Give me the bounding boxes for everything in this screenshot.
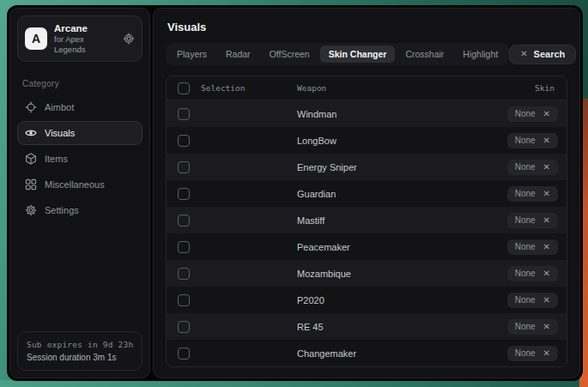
tab[interactable]: OffScreen xyxy=(261,45,318,63)
search-button-label: Search xyxy=(534,50,566,59)
row-checkbox[interactable] xyxy=(178,108,190,120)
remove-skin-icon[interactable]: ✕ xyxy=(543,190,550,198)
table-row: RE 45 None ✕ xyxy=(167,313,567,340)
skin-badge[interactable]: None ✕ xyxy=(507,213,558,228)
app-header-card: A Arcane for Apex Legends xyxy=(17,15,142,62)
weapon-name: Changemaker xyxy=(297,348,356,359)
desktop-backdrop-teal xyxy=(0,380,579,387)
skin-badge[interactable]: None ✕ xyxy=(507,133,558,148)
remove-skin-icon[interactable]: ✕ xyxy=(543,323,550,331)
skin-value: None xyxy=(515,269,536,278)
skin-badge[interactable]: None ✕ xyxy=(507,106,558,122)
skin-value: None xyxy=(515,243,536,251)
row-checkbox[interactable] xyxy=(178,188,190,200)
skin-badge[interactable]: None ✕ xyxy=(507,160,558,175)
skin-badge[interactable]: None ✕ xyxy=(507,319,558,335)
row-checkbox[interactable] xyxy=(178,268,190,280)
sidebar-item[interactable]: Miscellaneous xyxy=(17,172,142,197)
grid-icon xyxy=(25,178,37,190)
eye-icon xyxy=(25,127,37,139)
weapon-name: Mastiff xyxy=(297,215,324,226)
tab-bar: Players Radar OffScreen Skin Changer Cro… xyxy=(166,43,509,65)
remove-skin-icon[interactable]: ✕ xyxy=(543,216,550,225)
row-checkbox[interactable] xyxy=(178,348,190,360)
skin-value: None xyxy=(515,216,536,225)
skin-badge[interactable]: None ✕ xyxy=(507,346,558,361)
sidebar-item[interactable]: Visuals xyxy=(17,121,142,145)
tab[interactable]: Highlight xyxy=(454,45,506,63)
table-row: LongBow None ✕ xyxy=(167,127,567,154)
column-header-selection: Selection xyxy=(201,83,245,93)
weapon-name: Peacemaker xyxy=(297,242,350,252)
gear-icon xyxy=(25,204,37,216)
weapon-name: P2020 xyxy=(297,295,324,305)
row-checkbox[interactable] xyxy=(178,294,190,306)
table-row: Changemaker None ✕ xyxy=(167,340,567,366)
app-logo: A xyxy=(25,27,47,50)
tab[interactable]: Skin Changer xyxy=(320,45,396,63)
app-titles: Arcane for Apex Legends xyxy=(54,22,116,55)
sub-expires-text: Sub expires in 9d 23h xyxy=(27,340,133,349)
remove-skin-icon[interactable]: ✕ xyxy=(543,269,550,278)
row-checkbox[interactable] xyxy=(178,135,190,147)
skin-value: None xyxy=(515,296,536,305)
remove-skin-icon[interactable]: ✕ xyxy=(543,349,550,358)
table-row: Energy Sniper None ✕ xyxy=(167,154,567,180)
tab[interactable]: Radar xyxy=(217,45,259,63)
skin-value: None xyxy=(515,190,536,198)
table-row: P2020 None ✕ xyxy=(167,287,567,313)
sidebar-item-label: Settings xyxy=(45,205,79,215)
row-checkbox[interactable] xyxy=(178,321,190,333)
remove-skin-icon[interactable]: ✕ xyxy=(543,296,550,305)
remove-skin-icon[interactable]: ✕ xyxy=(543,243,550,251)
skin-value: None xyxy=(515,110,536,118)
sidebar-item[interactable]: Settings xyxy=(17,198,142,222)
weapon-name: Energy Sniper xyxy=(297,162,357,172)
row-checkbox[interactable] xyxy=(178,215,190,227)
row-checkbox[interactable] xyxy=(178,161,190,173)
sidebar-item-label: Items xyxy=(45,154,68,164)
table-row: Mastiff None ✕ xyxy=(167,207,567,233)
weapon-name: RE 45 xyxy=(297,322,324,332)
cube-icon xyxy=(25,153,37,165)
skin-value: None xyxy=(515,163,536,172)
skin-value: None xyxy=(515,323,536,331)
search-shortcut-icon: ✕ xyxy=(520,50,527,58)
session-info-card: Sub expires in 9d 23h Session duration 3… xyxy=(17,331,142,371)
sidebar-item-label: Miscellaneous xyxy=(45,179,105,190)
tab[interactable]: Players xyxy=(168,45,215,63)
table-body: Windman None ✕ LongBow None ✕ xyxy=(167,100,567,366)
tab[interactable]: Crosshair xyxy=(397,45,452,63)
table-row: Windman None ✕ xyxy=(167,100,567,127)
skin-badge[interactable]: None ✕ xyxy=(507,239,558,255)
column-header-skin: Skin xyxy=(535,83,555,93)
sidebar-item-label: Aimbot xyxy=(45,102,74,112)
table-header-row: Selection Weapon Skin xyxy=(167,76,567,100)
session-duration-text: Session duration 3m 1s xyxy=(27,353,133,362)
skin-badge[interactable]: None ✕ xyxy=(507,293,558,308)
sidebar-item[interactable]: Aimbot xyxy=(17,95,142,119)
sidebar-item[interactable]: Items xyxy=(17,147,142,171)
skin-badge[interactable]: None ✕ xyxy=(507,186,558,202)
app-name: Arcane xyxy=(54,22,116,34)
remove-skin-icon[interactable]: ✕ xyxy=(543,163,550,172)
app-window: A Arcane for Apex Legends Category Aimbo… xyxy=(7,5,583,381)
search-button[interactable]: ✕ Search xyxy=(509,45,576,64)
skin-badge[interactable]: None ✕ xyxy=(507,266,558,281)
table-row: Mozambique None ✕ xyxy=(167,260,567,287)
select-all-checkbox[interactable] xyxy=(178,82,190,94)
sidebar-item-label: Visuals xyxy=(45,128,75,138)
weapon-name: LongBow xyxy=(297,136,336,146)
sidebar: A Arcane for Apex Legends Category Aimbo… xyxy=(9,8,150,378)
row-checkbox[interactable] xyxy=(178,241,190,253)
table-row: Peacemaker None ✕ xyxy=(167,233,567,260)
gear-icon[interactable] xyxy=(123,33,135,45)
column-header-weapon: Weapon xyxy=(297,83,326,93)
skin-changer-table: Selection Weapon Skin Windman None ✕ Lo xyxy=(166,76,567,367)
page-title: Visuals xyxy=(167,21,567,33)
remove-skin-icon[interactable]: ✕ xyxy=(543,110,550,118)
weapon-name: Windman xyxy=(297,109,336,119)
category-label: Category xyxy=(22,79,137,88)
remove-skin-icon[interactable]: ✕ xyxy=(543,136,550,145)
crosshair-icon xyxy=(25,101,37,113)
